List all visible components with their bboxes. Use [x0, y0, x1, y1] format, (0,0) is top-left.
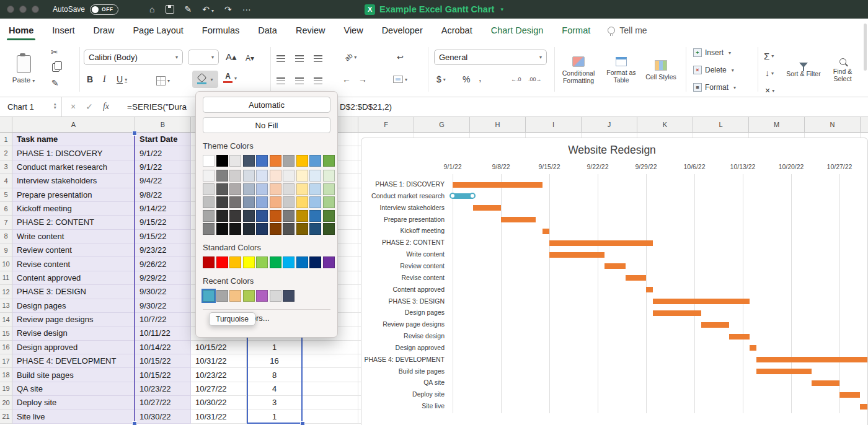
color-swatch-808080[interactable] — [203, 223, 215, 235]
color-swatch-00B0F0[interactable] — [283, 256, 294, 268]
cell-A17[interactable]: PHASE 4: DEVELOPMENT — [12, 354, 135, 368]
col-header-L[interactable]: L — [693, 116, 749, 133]
cell-A4[interactable]: Interview stakeholders — [12, 174, 135, 188]
name-box[interactable]: Chart 1 ▲▼ — [0, 97, 62, 116]
row-header-17[interactable]: 17 — [0, 354, 12, 368]
color-swatch-F7CAAC[interactable] — [270, 183, 281, 195]
gantt-bar-20[interactable] — [860, 404, 867, 410]
color-swatch-70AD47[interactable] — [323, 155, 335, 167]
color-swatch-ED7D31[interactable] — [270, 155, 281, 167]
fill-down-button[interactable]: ↓▾ — [765, 66, 774, 81]
gantt-bar-10[interactable] — [646, 287, 653, 292]
bar-handle-right[interactable] — [469, 193, 476, 199]
color-swatch-DBDBDB[interactable] — [283, 183, 294, 195]
row-header-20[interactable]: 20 — [0, 396, 12, 410]
gantt-bar-11[interactable] — [653, 299, 750, 304]
gantt-bar-13[interactable] — [701, 322, 729, 328]
cell-A13[interactable]: Design pages — [12, 299, 135, 313]
cell-A12[interactable]: PHASE 3: DESIGN — [12, 285, 135, 299]
col-header-H[interactable]: H — [470, 116, 526, 133]
color-swatch-538135[interactable] — [323, 210, 335, 222]
align-bottom-button[interactable] — [314, 51, 322, 66]
color-swatch-3A3838[interactable] — [229, 210, 241, 222]
tab-view[interactable]: View — [343, 19, 363, 42]
gantt-bar-6[interactable] — [549, 240, 653, 246]
row-header-12[interactable]: 12 — [0, 285, 12, 299]
cancel-formula-icon[interactable]: × — [71, 102, 76, 112]
color-swatch-1F4E79[interactable] — [309, 223, 321, 235]
gantt-bar-17[interactable] — [756, 369, 812, 374]
cell-A2[interactable]: PHASE 1: DISCOVERY — [12, 146, 135, 160]
shrink-font-button[interactable]: A▾ — [246, 51, 254, 66]
color-swatch-FFE599[interactable] — [296, 183, 308, 195]
cell-B5[interactable]: 9/8/22 — [135, 188, 191, 202]
color-swatch-C9C9C9[interactable] — [283, 196, 294, 208]
gantt-chart[interactable]: Website Redesign 9/1/229/8/229/15/229/22… — [361, 138, 868, 425]
format-as-table-button[interactable]: Format as Table — [603, 46, 640, 94]
cell-E18[interactable] — [303, 368, 358, 382]
row-header-15[interactable]: 15 — [0, 326, 12, 340]
col-header-J[interactable]: J — [582, 116, 637, 133]
color-swatch-0D0D0D[interactable] — [216, 223, 228, 235]
color-swatch-A6A6A6[interactable] — [216, 290, 228, 302]
color-swatch-44546A[interactable] — [243, 155, 255, 167]
automatic-color-button[interactable]: Automatic — [203, 97, 330, 113]
align-left-button[interactable] — [277, 73, 285, 88]
cut-icon[interactable]: ✂ — [51, 47, 58, 57]
cell-B13[interactable]: 9/30/22 — [135, 299, 191, 313]
tab-home[interactable]: Home — [9, 19, 33, 42]
orientation-button[interactable]: ab▾ — [345, 50, 356, 64]
format-painter-icon[interactable]: ✎ — [51, 78, 59, 88]
color-swatch-FFC000[interactable] — [296, 155, 308, 167]
color-swatch-375623[interactable] — [323, 223, 335, 235]
cell-B3[interactable]: 9/1/22 — [135, 160, 191, 174]
borders-button[interactable]: ▾ — [156, 73, 170, 88]
gantt-bar-8[interactable] — [604, 263, 625, 269]
font-color-button[interactable]: A ▾ — [223, 71, 237, 85]
color-swatch-BFBFBF[interactable] — [203, 196, 215, 208]
clear-button[interactable]: ×▾ — [765, 83, 774, 98]
cell-B21[interactable]: 10/30/22 — [135, 410, 191, 424]
col-header-G[interactable]: G — [414, 116, 470, 133]
redo-icon[interactable]: ↷ — [224, 4, 232, 14]
color-swatch-262626[interactable] — [216, 210, 228, 222]
col-header-N[interactable]: N — [805, 116, 861, 133]
color-swatch-7F6000[interactable] — [296, 223, 308, 235]
decrease-indent-button[interactable]: ← — [342, 72, 351, 87]
gantt-bar-3[interactable] — [473, 205, 501, 211]
color-swatch-D9D9D9[interactable] — [203, 183, 215, 195]
tab-acrobat[interactable]: Acrobat — [441, 19, 472, 42]
cell-A1[interactable]: Task name — [12, 133, 135, 146]
color-swatch-D8D8D8[interactable] — [270, 290, 281, 302]
font-size-select[interactable]: ▾ — [188, 50, 219, 65]
tab-page-layout[interactable]: Page Layout — [133, 19, 183, 42]
italic-button[interactable]: I — [103, 72, 106, 87]
gantt-bar-15[interactable] — [750, 345, 756, 351]
cell-A16[interactable]: Design approved — [12, 341, 135, 354]
percent-style-button[interactable]: % — [463, 72, 470, 87]
increase-decimal-button[interactable]: ←.0 — [511, 72, 521, 87]
col-header-B[interactable]: B — [135, 116, 191, 133]
cell-A18[interactable]: Build site pages — [12, 368, 135, 382]
gantt-bar-14[interactable] — [729, 334, 750, 340]
accounting-format-button[interactable]: $▾ — [436, 72, 446, 87]
cell-E19[interactable] — [303, 382, 358, 396]
gantt-bar-18[interactable] — [812, 380, 839, 386]
color-swatch-595959[interactable] — [216, 183, 228, 195]
more-toolbar-icon[interactable]: ··· — [242, 4, 251, 14]
col-header-M[interactable]: M — [749, 116, 805, 133]
cell-B17[interactable]: 10/15/22 — [135, 354, 191, 368]
delete-cells-button[interactable]: × Delete▾ — [693, 66, 734, 74]
row-header-7[interactable]: 7 — [0, 216, 12, 229]
color-swatch-4BACC6[interactable] — [203, 290, 215, 302]
color-swatch-A8D08D[interactable] — [323, 196, 335, 208]
find-select-button[interactable]: Find & Select — [825, 46, 861, 94]
gantt-bar-4[interactable] — [501, 217, 536, 222]
color-swatch-ADCB53[interactable] — [243, 290, 255, 302]
range-handle[interactable] — [132, 421, 137, 425]
cell-B12[interactable]: 9/30/22 — [135, 285, 191, 299]
conditional-formatting-button[interactable]: Conditional Formatting — [558, 46, 599, 94]
color-swatch-833C00[interactable] — [270, 223, 281, 235]
row-header-14[interactable]: 14 — [0, 313, 12, 326]
color-swatch-FFFFFF[interactable] — [203, 155, 215, 167]
